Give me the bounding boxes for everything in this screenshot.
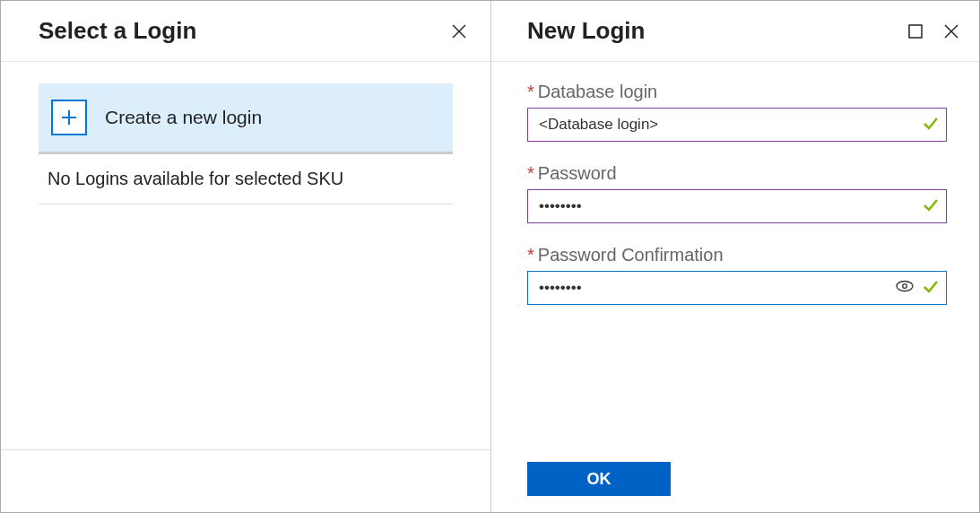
check-icon: [922, 277, 940, 299]
plus-icon: [51, 100, 87, 135]
password-group: *Password: [527, 163, 947, 223]
new-login-header: New Login: [491, 1, 979, 62]
db-login-input-wrap: [527, 108, 947, 142]
close-icon[interactable]: [449, 22, 469, 41]
select-login-title: Select a Login: [39, 17, 196, 45]
close-icon[interactable]: [941, 22, 961, 41]
svg-point-8: [903, 284, 907, 289]
new-login-title: New Login: [527, 17, 645, 45]
create-new-login-label: Create a new login: [105, 107, 262, 128]
required-star: *: [527, 82, 534, 101]
db-login-input[interactable]: [527, 108, 947, 142]
check-icon: [922, 196, 940, 217]
db-login-label: *Database login: [527, 82, 947, 102]
select-login-footer: [1, 449, 490, 512]
password-confirm-input[interactable]: [527, 271, 947, 305]
eye-icon[interactable]: [895, 276, 915, 300]
required-star: *: [527, 245, 534, 265]
ok-button[interactable]: OK: [527, 462, 671, 496]
svg-point-7: [897, 282, 913, 291]
password-label: *Password: [527, 163, 947, 184]
svg-rect-4: [909, 25, 922, 38]
maximize-icon[interactable]: [906, 22, 925, 41]
required-star: *: [527, 163, 534, 183]
create-new-login-row[interactable]: Create a new login: [39, 83, 453, 154]
check-icon: [922, 114, 940, 135]
select-login-body: Create a new login No Logins available f…: [1, 62, 490, 449]
new-login-footer: OK: [491, 446, 979, 512]
no-logins-message: No Logins available for selected SKU: [39, 154, 453, 204]
password-input[interactable]: [527, 189, 947, 223]
db-login-group: *Database login: [527, 82, 947, 142]
new-login-panel: New Login *Database login *Passwo: [491, 1, 979, 512]
password-confirm-input-wrap: [527, 271, 947, 305]
new-login-body: *Database login *Password: [491, 62, 979, 446]
password-confirm-group: *Password Confirmation: [527, 245, 947, 305]
password-confirm-label: *Password Confirmation: [527, 245, 947, 265]
password-input-wrap: [527, 189, 947, 223]
select-login-panel: Select a Login Create a new login No Log…: [1, 1, 491, 512]
select-login-header: Select a Login: [1, 1, 490, 62]
